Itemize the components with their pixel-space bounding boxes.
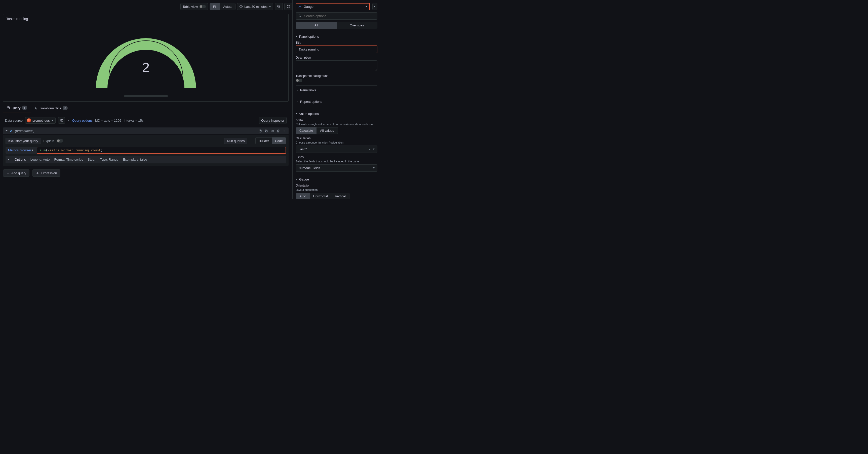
- chevron-down-icon: [296, 179, 298, 181]
- svg-line-21: [300, 6, 301, 7]
- actual-button[interactable]: Actual: [220, 3, 235, 10]
- value-options-header[interactable]: Value options: [296, 112, 377, 116]
- svg-point-10: [272, 130, 273, 131]
- all-overrides-tabs: All Overrides: [296, 22, 377, 29]
- repeat-options-label: Repeat options: [300, 100, 322, 104]
- calculation-select[interactable]: Last * ×: [296, 145, 377, 153]
- metrics-browser-button[interactable]: Metrics browser: [5, 147, 37, 154]
- query-options-row[interactable]: Options Legend: Auto Format: Time series…: [5, 156, 286, 163]
- description-label: Description: [296, 56, 377, 59]
- query-options-link[interactable]: Query options: [72, 119, 93, 122]
- visualization-picker[interactable]: Gauge: [296, 3, 370, 10]
- search-input[interactable]: [304, 14, 375, 18]
- gauge-section-label: Gauge: [299, 177, 309, 181]
- add-query-button[interactable]: Add query: [3, 169, 29, 177]
- collapse-sidebar-button[interactable]: [372, 3, 377, 10]
- tab-query[interactable]: Query 1: [3, 103, 31, 114]
- fill-actual-group: Fill Actual: [210, 3, 236, 10]
- calculation-value: Last *: [299, 147, 307, 151]
- query-inspector-button[interactable]: Query inspector: [259, 117, 286, 124]
- fill-button[interactable]: Fill: [210, 3, 220, 10]
- exemplars-info: Exemplars: false: [123, 158, 147, 161]
- gauge-svg: [91, 23, 201, 94]
- datasource-help-button[interactable]: [58, 117, 65, 124]
- fields-select[interactable]: Numeric Fields: [296, 164, 377, 172]
- trash-icon[interactable]: [277, 129, 280, 133]
- calculation-desc: Choose a reducer function / calculation: [296, 141, 377, 144]
- tab-transform-label: Transform data: [39, 106, 61, 110]
- tab-transform[interactable]: Transform data 0: [31, 103, 71, 113]
- time-range-picker[interactable]: Last 30 minutes: [237, 3, 273, 10]
- refresh-icon: [286, 5, 290, 8]
- query-row-header[interactable]: A (prometheus): [3, 127, 288, 134]
- kick-start-button[interactable]: Kick start your query: [5, 138, 41, 144]
- orientation-auto[interactable]: Auto: [296, 193, 310, 199]
- copy-icon[interactable]: [265, 129, 268, 133]
- tab-overrides[interactable]: Overrides: [337, 22, 377, 29]
- svg-point-4: [7, 106, 9, 107]
- type-info: Type: Range: [100, 158, 119, 161]
- svg-line-23: [301, 17, 302, 17]
- refresh-button[interactable]: [284, 3, 292, 10]
- code-button[interactable]: Code: [272, 137, 286, 144]
- panel-links-section[interactable]: Panel links: [296, 86, 377, 95]
- orientation-segmented: Auto Horizontal Vertical: [296, 193, 349, 199]
- orientation-vertical[interactable]: Vertical: [331, 193, 349, 199]
- chevron-right-icon: [297, 101, 299, 103]
- svg-point-13: [283, 131, 284, 131]
- scrollbar[interactable]: [124, 95, 168, 97]
- transparent-toggle[interactable]: [296, 79, 302, 82]
- svg-point-8: [260, 131, 260, 132]
- eye-icon[interactable]: [271, 129, 274, 133]
- add-expression-button[interactable]: Expression: [32, 169, 60, 177]
- builder-button[interactable]: Builder: [256, 137, 272, 144]
- options-label: Options: [14, 158, 26, 161]
- chevron-down-icon: [373, 149, 375, 151]
- gauge-icon: [298, 5, 302, 8]
- chevron-right-icon: [32, 149, 34, 151]
- title-input[interactable]: [296, 45, 377, 53]
- clock-icon: [239, 5, 243, 8]
- description-input[interactable]: [296, 60, 377, 71]
- svg-point-14: [284, 131, 285, 131]
- svg-point-6: [61, 121, 62, 122]
- datasource-select[interactable]: prometheus: [25, 117, 56, 124]
- orientation-horizontal[interactable]: Horizontal: [310, 193, 332, 199]
- toggle-off-icon: [199, 5, 206, 8]
- chevron-right-icon: [68, 120, 70, 122]
- gauge-section-header[interactable]: Gauge: [296, 177, 377, 181]
- svg-rect-9: [266, 130, 268, 132]
- query-interval: Interval = 15s: [124, 119, 144, 122]
- svg-point-11: [283, 130, 284, 130]
- show-segmented: Calculate All values: [296, 127, 338, 134]
- run-queries-button[interactable]: Run queries: [224, 138, 247, 144]
- chevron-right-icon: [374, 5, 376, 7]
- all-values-option[interactable]: All values: [316, 127, 338, 134]
- orientation-label: Orientation: [296, 184, 377, 187]
- chevron-down-icon: [365, 6, 367, 8]
- drag-icon[interactable]: [283, 129, 286, 133]
- explain-toggle[interactable]: [57, 139, 63, 142]
- table-view-label: Table view: [183, 5, 198, 8]
- visualization-name: Gauge: [304, 5, 313, 8]
- panel-options-header[interactable]: Panel options: [296, 35, 377, 38]
- step-info: Step:: [88, 158, 95, 161]
- tab-transform-count: 0: [63, 106, 68, 110]
- tab-query-count: 1: [22, 105, 27, 110]
- query-expression-input[interactable]: sum(kestra_worker_running_count): [37, 147, 286, 154]
- repeat-options-section[interactable]: Repeat options: [296, 97, 377, 106]
- zoom-out-button[interactable]: [275, 3, 283, 10]
- tab-all[interactable]: All: [296, 22, 337, 29]
- chevron-right-icon: [8, 159, 10, 161]
- show-desc: Calculate a single value per column or s…: [296, 123, 377, 126]
- table-view-toggle[interactable]: Table view: [180, 3, 208, 10]
- time-range-label: Last 30 minutes: [244, 5, 268, 8]
- search-icon: [299, 14, 302, 18]
- show-label: Show: [296, 118, 377, 122]
- search-options[interactable]: [296, 12, 377, 20]
- clear-icon[interactable]: ×: [369, 147, 371, 151]
- query-datasource-hint: (prometheus): [15, 129, 34, 133]
- help-icon[interactable]: [258, 129, 262, 133]
- plus-icon: [36, 171, 39, 175]
- calculate-option[interactable]: Calculate: [296, 127, 316, 134]
